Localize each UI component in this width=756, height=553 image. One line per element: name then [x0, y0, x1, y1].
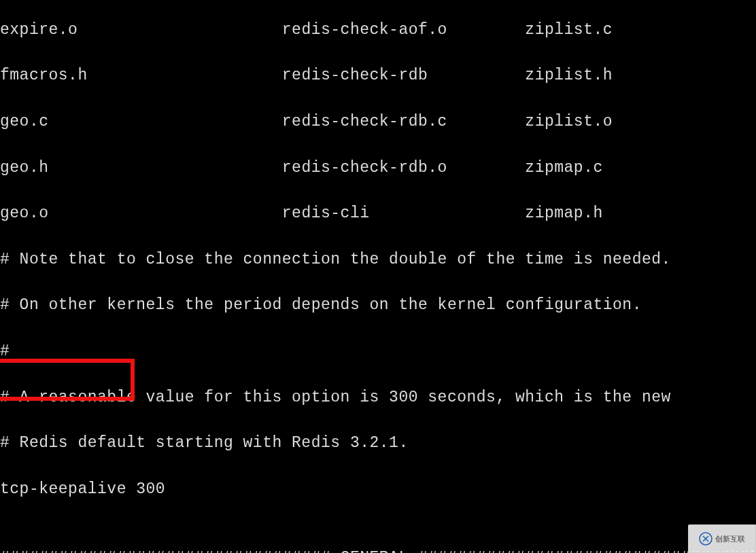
config-comment: #: [0, 340, 756, 363]
file-row: geo.h redis-check-rdb.o zipmap.c: [0, 157, 756, 180]
file-row: geo.c redis-check-rdb.c ziplist.o: [0, 111, 756, 134]
file-row: expire.o redis-check-aof.o ziplist.c: [0, 19, 756, 42]
config-comment: # Note that to close the connection the …: [0, 249, 756, 272]
file-row: fmacros.h redis-check-rdb ziplist.h: [0, 65, 756, 88]
config-setting-tcp-keepalive: tcp-keepalive 300: [0, 478, 756, 501]
config-comment: # On other kernels the period depends on…: [0, 294, 756, 317]
section-header-general: ################################## GENER…: [0, 547, 756, 553]
terminal-output: expire.o redis-check-aof.o ziplist.c fma…: [0, 0, 756, 553]
logo-icon: [699, 532, 712, 546]
file-row: geo.o redis-cli zipmap.h: [0, 202, 756, 226]
watermark-text: 创新互联: [715, 533, 745, 544]
watermark-logo: 创新互联: [688, 524, 756, 553]
config-comment: # Redis default starting with Redis 3.2.…: [0, 432, 756, 455]
config-comment: # A reasonable value for this option is …: [0, 387, 756, 410]
